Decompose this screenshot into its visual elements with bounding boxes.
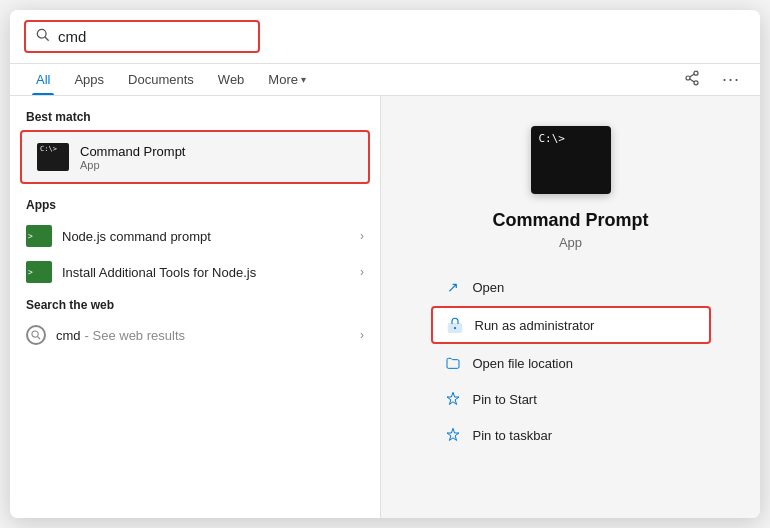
web-search-icon	[26, 325, 46, 345]
svg-line-6	[690, 78, 694, 81]
list-item[interactable]: Install Additional Tools for Node.js ›	[10, 254, 380, 290]
action-pin-taskbar-label: Pin to taskbar	[473, 428, 553, 443]
action-open-label: Open	[473, 280, 505, 295]
best-match-subtitle: App	[80, 159, 185, 171]
right-panel: Command Prompt App Open	[380, 96, 760, 518]
tab-all[interactable]: All	[24, 64, 62, 95]
chevron-right-icon-web: ›	[360, 328, 364, 342]
action-run-as-admin[interactable]: Run as administrator	[431, 306, 711, 344]
search-input-outlined[interactable]	[24, 20, 260, 53]
svg-line-1	[45, 37, 48, 40]
nav-actions: ···	[678, 65, 746, 94]
share-button[interactable]	[678, 66, 706, 94]
apps-section-label: Apps	[10, 198, 380, 212]
chevron-right-icon: ›	[360, 229, 364, 243]
svg-point-10	[453, 327, 455, 329]
web-section: Search the web cmd - See web results ›	[10, 290, 380, 352]
best-match-title: Command Prompt	[80, 144, 185, 159]
action-open[interactable]: Open	[431, 270, 711, 304]
web-item-text: cmd - See web results	[56, 328, 185, 343]
nav-tabs: All Apps Documents Web More ▾	[10, 64, 760, 96]
tab-more[interactable]: More ▾	[256, 64, 318, 95]
app-type: App	[559, 235, 582, 250]
web-suffix: - See web results	[85, 328, 185, 343]
app-item-title: Node.js command prompt	[62, 229, 211, 244]
nodejs-icon	[26, 225, 52, 247]
action-pin-taskbar[interactable]: Pin to taskbar	[431, 418, 711, 452]
tab-web[interactable]: Web	[206, 64, 257, 95]
action-pin-start[interactable]: Pin to Start	[431, 382, 711, 416]
action-file-location[interactable]: Open file location	[431, 346, 711, 380]
main-content: Best match Command Prompt App Apps Node.…	[10, 96, 760, 518]
search-icon	[36, 28, 50, 45]
pin-start-icon	[443, 389, 463, 409]
best-match-text: Command Prompt App	[80, 144, 185, 171]
apps-section: Apps Node.js command prompt › Install Ad…	[10, 190, 380, 290]
tab-apps[interactable]: Apps	[62, 64, 116, 95]
tab-documents[interactable]: Documents	[116, 64, 206, 95]
app-item-title-2: Install Additional Tools for Node.js	[62, 265, 256, 280]
best-match-item[interactable]: Command Prompt App	[20, 130, 370, 184]
chevron-right-icon-2: ›	[360, 265, 364, 279]
svg-line-8	[38, 337, 40, 339]
action-list: Open Run as administrator	[431, 270, 711, 452]
ellipsis-icon: ···	[722, 69, 740, 89]
list-item[interactable]: Node.js command prompt ›	[10, 218, 380, 254]
more-options-button[interactable]: ···	[716, 65, 746, 94]
cmd-app-icon	[36, 140, 70, 174]
nodejs-icon-2	[26, 261, 52, 283]
action-pin-start-label: Pin to Start	[473, 392, 537, 407]
svg-line-5	[690, 74, 694, 77]
app-preview-icon	[531, 126, 611, 194]
action-file-label: Open file location	[473, 356, 573, 371]
web-search-item[interactable]: cmd - See web results ›	[10, 318, 380, 352]
file-location-icon	[443, 353, 463, 373]
web-section-label: Search the web	[10, 298, 380, 312]
cmd-icon-small	[37, 143, 69, 171]
svg-point-3	[694, 80, 698, 84]
pin-taskbar-icon	[443, 425, 463, 445]
action-admin-label: Run as administrator	[475, 318, 595, 333]
search-window: All Apps Documents Web More ▾	[10, 10, 760, 518]
web-query: cmd	[56, 328, 81, 343]
best-match-label: Best match	[10, 110, 380, 124]
left-panel: Best match Command Prompt App Apps Node.…	[10, 96, 380, 518]
admin-icon	[445, 315, 465, 335]
search-bar-container	[10, 10, 760, 64]
app-name: Command Prompt	[492, 210, 648, 231]
chevron-down-icon: ▾	[301, 74, 306, 85]
svg-point-4	[686, 76, 690, 80]
svg-point-2	[694, 71, 698, 75]
search-input[interactable]	[58, 28, 248, 45]
open-icon	[443, 277, 463, 297]
